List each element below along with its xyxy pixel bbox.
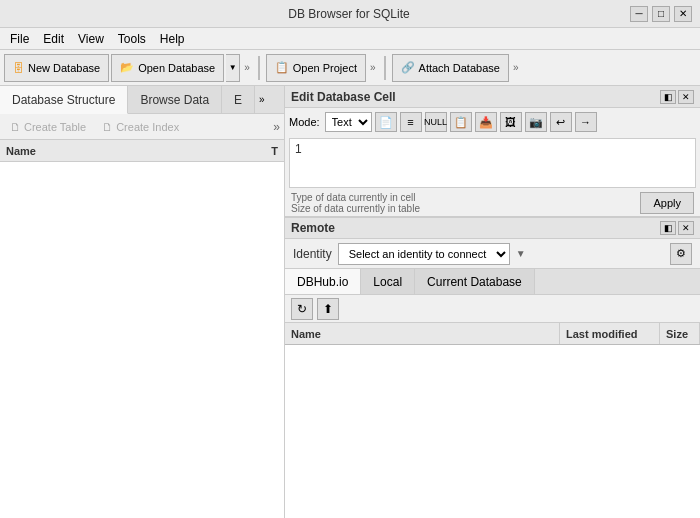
edit-cell-value[interactable]: 1 (289, 138, 696, 188)
window-title: DB Browser for SQLite (68, 7, 630, 21)
close-button[interactable]: ✕ (674, 6, 692, 22)
tabs-more-button[interactable]: » (255, 86, 269, 113)
menu-bar: File Edit View Tools Help (0, 28, 700, 50)
col-type-header: T (271, 145, 278, 157)
identity-label: Identity (293, 247, 332, 261)
edit-cell-title: Edit Database Cell (291, 90, 396, 104)
expand-arrow-2: » (368, 62, 378, 73)
edit-tool-redo[interactable]: → (575, 112, 597, 132)
new-db-icon: 🗄 (13, 62, 24, 74)
menu-edit[interactable]: Edit (37, 30, 70, 48)
open-db-dropdown[interactable]: ▼ (226, 54, 240, 82)
remote-close[interactable]: ✕ (678, 221, 694, 235)
mode-label: Mode: (289, 116, 320, 128)
apply-button[interactable]: Apply (640, 192, 694, 214)
remote-tab-bar: DBHub.io Local Current Database (285, 269, 700, 295)
open-database-button[interactable]: 📂 Open Database (111, 54, 224, 82)
attach-db-icon: 🔗 (401, 61, 415, 74)
new-database-button[interactable]: 🗄 New Database (4, 54, 109, 82)
identity-action-button[interactable]: ⚙ (670, 243, 692, 265)
expand-arrow-1: » (242, 62, 252, 73)
open-project-button[interactable]: 📋 Open Project (266, 54, 366, 82)
remote-table-body (285, 345, 700, 518)
identity-select[interactable]: Select an identity to connect (338, 243, 510, 265)
edit-cell-info: Type of data currently in cell Size of d… (285, 190, 700, 216)
menu-file[interactable]: File (4, 30, 35, 48)
edit-tool-text[interactable]: ≡ (400, 112, 422, 132)
col-name-header: Name (6, 145, 36, 157)
structure-column-header: Name T (0, 140, 284, 162)
toolbar-separator-1 (258, 56, 260, 80)
tab-browse-data[interactable]: Browse Data (128, 86, 222, 113)
tab-e[interactable]: E (222, 86, 255, 113)
create-table-icon: 🗋 (10, 121, 21, 133)
open-project-icon: 📋 (275, 61, 289, 74)
minimize-button[interactable]: ─ (630, 6, 648, 22)
menu-help[interactable]: Help (154, 30, 191, 48)
edit-cell-header: Edit Database Cell ◧ ✕ (285, 86, 700, 108)
identity-row: Identity Select an identity to connect ▼… (285, 239, 700, 269)
create-index-button[interactable]: 🗋 Create Index (96, 119, 185, 135)
edit-tool-paste[interactable]: 📥 (475, 112, 497, 132)
attach-db-label: Attach Database (419, 62, 500, 74)
edit-cell-close[interactable]: ✕ (678, 90, 694, 104)
maximize-button[interactable]: □ (652, 6, 670, 22)
edit-tool-copy[interactable]: 📋 (450, 112, 472, 132)
open-project-label: Open Project (293, 62, 357, 74)
remote-col-name: Name (285, 323, 560, 344)
window-controls: ─ □ ✕ (630, 6, 692, 22)
new-db-label: New Database (28, 62, 100, 74)
tab-current-database[interactable]: Current Database (415, 269, 535, 294)
remote-table-header: Name Last modified Size (285, 323, 700, 345)
create-index-label: Create Index (116, 121, 179, 133)
open-db-icon: 📂 (120, 61, 134, 74)
edit-tool-import[interactable]: 📄 (375, 112, 397, 132)
edit-cell-toolbar: Mode: Text 📄 ≡ NULL 📋 📥 🖼 📷 ↩ → (285, 108, 700, 136)
create-table-label: Create Table (24, 121, 86, 133)
cell-size-info: Size of data currently in table (291, 203, 420, 214)
left-toolbar: 🗋 Create Table 🗋 Create Index » (0, 114, 284, 140)
create-table-button[interactable]: 🗋 Create Table (4, 119, 92, 135)
remote-header: Remote ◧ ✕ (285, 217, 700, 239)
edit-cell-section: Edit Database Cell ◧ ✕ Mode: Text 📄 ≡ NU… (285, 86, 700, 217)
mode-select[interactable]: Text (325, 112, 372, 132)
title-bar: DB Browser for SQLite ─ □ ✕ (0, 0, 700, 28)
tab-dbhub[interactable]: DBHub.io (285, 269, 361, 294)
create-index-icon: 🗋 (102, 121, 113, 133)
cell-type-info: Type of data currently in cell (291, 192, 420, 203)
right-panel: Edit Database Cell ◧ ✕ Mode: Text 📄 ≡ NU… (285, 86, 700, 518)
remote-col-modified: Last modified (560, 323, 660, 344)
edit-cell-controls: ◧ ✕ (660, 90, 694, 104)
menu-tools[interactable]: Tools (112, 30, 152, 48)
remote-action-bar: ↻ ⬆ (285, 295, 700, 323)
tab-local[interactable]: Local (361, 269, 415, 294)
edit-tool-null[interactable]: NULL (425, 112, 447, 132)
remote-section: Remote ◧ ✕ Identity Select an identity t… (285, 217, 700, 518)
remote-refresh-button[interactable]: ↻ (291, 298, 313, 320)
edit-tool-undo[interactable]: ↩ (550, 112, 572, 132)
open-db-label: Open Database (138, 62, 215, 74)
expand-arrow-3: » (511, 62, 521, 73)
remote-col-size: Size (660, 323, 700, 344)
left-panel: Database Structure Browse Data E » 🗋 Cre… (0, 86, 285, 518)
edit-tool-img2[interactable]: 📷 (525, 112, 547, 132)
remote-upload-button[interactable]: ⬆ (317, 298, 339, 320)
edit-tool-img1[interactable]: 🖼 (500, 112, 522, 132)
remote-title: Remote (291, 221, 335, 235)
main-tab-bar: Database Structure Browse Data E » (0, 86, 284, 114)
main-content: Database Structure Browse Data E » 🗋 Cre… (0, 86, 700, 518)
tab-database-structure[interactable]: Database Structure (0, 86, 128, 114)
left-toolbar-more: » (273, 120, 280, 134)
main-toolbar: 🗄 New Database 📂 Open Database ▼ » 📋 Ope… (0, 50, 700, 86)
edit-cell-undock[interactable]: ◧ (660, 90, 676, 104)
toolbar-separator-2 (384, 56, 386, 80)
remote-controls: ◧ ✕ (660, 221, 694, 235)
structure-table-body (0, 162, 284, 518)
menu-view[interactable]: View (72, 30, 110, 48)
attach-database-button[interactable]: 🔗 Attach Database (392, 54, 509, 82)
remote-undock[interactable]: ◧ (660, 221, 676, 235)
